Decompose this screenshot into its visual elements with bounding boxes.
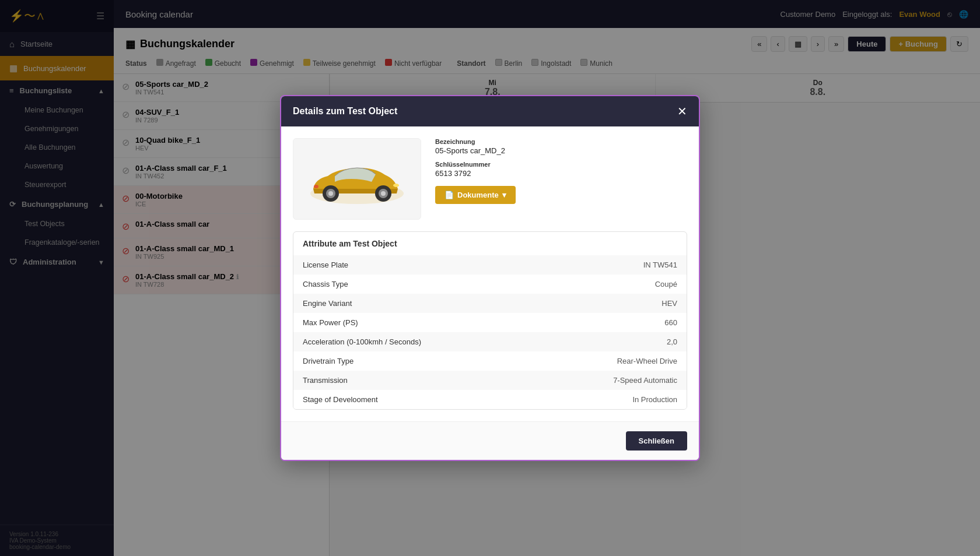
attr-table: License PlateIN TW541Chassis TypeCoupéEn… [293, 255, 687, 409]
attr-section-title: Attribute am Test Object [293, 232, 687, 255]
modal-title: Details zum Test Object [293, 106, 397, 117]
modal-body: Bezeichnung 05-Sports car_MD_2 Schlüssel… [281, 126, 699, 421]
attr-key: Transmission [293, 371, 538, 390]
attr-key: Stage of Develooment [293, 390, 538, 409]
schliessen-button[interactable]: Schließen [626, 431, 687, 451]
table-row: Drivetrain TypeRear-Wheel Drive [293, 351, 687, 371]
svg-point-6 [381, 191, 386, 196]
attr-value: In Production [538, 390, 687, 409]
modal: Details zum Test Object ✕ [280, 95, 700, 461]
svg-point-8 [314, 185, 318, 188]
dokumente-button[interactable]: 📄 Dokumente ▾ [435, 186, 516, 204]
attr-value: 7-Speed Automatic [538, 371, 687, 390]
dropdown-arrow-icon: ▾ [502, 191, 506, 199]
doc-icon: 📄 [444, 191, 454, 199]
modal-footer: Schließen [281, 421, 699, 460]
table-row: Stage of DeveloomentIn Production [293, 390, 687, 409]
car-svg [299, 144, 415, 214]
table-row: Chassis TypeCoupé [293, 275, 687, 294]
obj-image [293, 138, 421, 220]
attr-key: Drivetrain Type [293, 351, 538, 371]
attr-section: Attribute am Test Object License PlateIN… [293, 231, 687, 410]
table-row: Transmission7-Speed Automatic [293, 371, 687, 390]
bezeichnung-label: Bezeichnung [435, 138, 687, 145]
modal-overlay[interactable]: Details zum Test Object ✕ [0, 0, 980, 556]
schluessel-value: 6513 3792 [435, 169, 687, 178]
svg-point-7 [393, 184, 399, 187]
attr-key: Max Power (PS) [293, 313, 538, 332]
table-row: License PlateIN TW541 [293, 255, 687, 275]
table-row: Acceleration (0-100kmh / Seconds)2,0 [293, 332, 687, 351]
table-row: Max Power (PS)660 [293, 313, 687, 332]
attr-value: 660 [538, 313, 687, 332]
modal-header: Details zum Test Object ✕ [281, 96, 699, 126]
svg-point-3 [328, 191, 333, 196]
schluessel-label: Schlüsselnummer [435, 161, 687, 168]
table-row: Engine VariantHEV [293, 294, 687, 313]
attr-key: Engine Variant [293, 294, 538, 313]
attr-key: License Plate [293, 255, 538, 275]
bezeichnung-value: 05-Sports car_MD_2 [435, 146, 687, 155]
obj-details: Bezeichnung 05-Sports car_MD_2 Schlüssel… [435, 138, 687, 220]
attr-value: Coupé [538, 275, 687, 294]
attr-value: IN TW541 [538, 255, 687, 275]
attr-key: Acceleration (0-100kmh / Seconds) [293, 332, 538, 351]
attr-key: Chassis Type [293, 275, 538, 294]
attr-value: Rear-Wheel Drive [538, 351, 687, 371]
docs-btn-label: Dokumente [457, 191, 499, 199]
modal-close-button[interactable]: ✕ [677, 105, 687, 117]
attr-value: HEV [538, 294, 687, 313]
attr-value: 2,0 [538, 332, 687, 351]
obj-top: Bezeichnung 05-Sports car_MD_2 Schlüssel… [293, 138, 687, 220]
